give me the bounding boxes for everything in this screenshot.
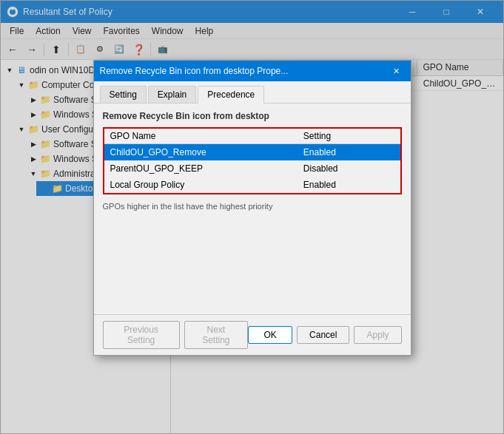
modal-table-row-0[interactable]: ChildOU_GPO_Remove Enabled [104,144,400,160]
modal-close-button[interactable]: ✕ [389,63,405,79]
modal-title-controls: ✕ [389,63,405,79]
modal-dialog: Remove Recycle Bin icon from desktop Pro… [93,60,411,356]
cancel-button[interactable]: Cancel [297,326,349,344]
modal-header-gpo: GPO Name [104,129,298,143]
modal-tabs: Setting Explain Precedence [94,81,411,104]
footer-nav-buttons: Previous Setting Next Setting [103,321,249,349]
modal-cell-gpo-2: Local Group Policy [104,178,298,191]
modal-cell-gpo-1: ParentOU_GPO_KEEP [104,162,298,175]
tab-precedence[interactable]: Precedence [198,86,264,104]
modal-cell-setting-0: Enabled [298,146,400,159]
modal-note: GPOs higher in the list have the highest… [103,202,402,211]
apply-button[interactable]: Apply [354,326,401,344]
modal-table-row-2[interactable]: Local Group Policy Enabled [104,177,400,193]
modal-cell-setting-2: Enabled [298,178,400,191]
next-setting-button[interactable]: Next Setting [184,321,248,349]
main-window: Resultant Set of Policy ─ □ ✕ File Actio… [0,0,504,434]
modal-overlay: Remove Recycle Bin icon from desktop Pro… [1,1,503,433]
tab-setting[interactable]: Setting [100,86,147,103]
modal-title: Remove Recycle Bin icon from desktop Pro… [100,66,289,76]
modal-subtitle: Remove Recycle Bin icon from desktop [103,111,402,121]
modal-body: Remove Recycle Bin icon from desktop GPO… [94,104,411,314]
ok-button[interactable]: OK [248,326,292,344]
precedence-table-container: GPO Name Setting ChildOU_GPO_Remove Enab… [103,127,402,194]
modal-cell-gpo-0: ChildOU_GPO_Remove [104,146,298,159]
modal-cell-setting-1: Disabled [298,162,400,175]
tab-explain[interactable]: Explain [148,86,196,103]
modal-header-setting: Setting [298,129,400,143]
modal-table-row-1[interactable]: ParentOU_GPO_KEEP Disabled [104,160,400,177]
modal-table-header: GPO Name Setting [104,129,400,144]
footer-action-buttons: OK Cancel Apply [248,326,401,344]
modal-footer: Previous Setting Next Setting OK Cancel … [94,314,411,355]
modal-title-bar: Remove Recycle Bin icon from desktop Pro… [94,61,411,81]
previous-setting-button[interactable]: Previous Setting [103,321,180,349]
